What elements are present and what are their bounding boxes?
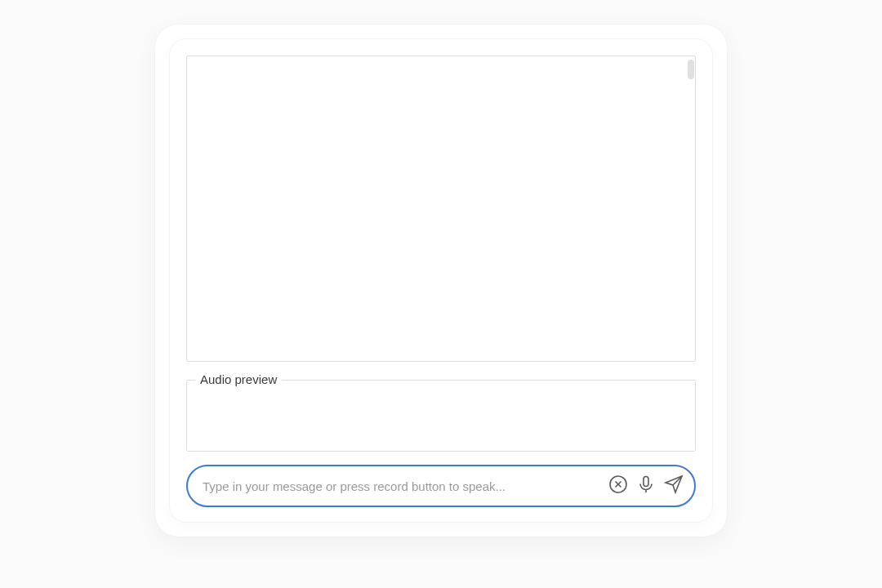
audio-preview-panel: Audio preview (186, 380, 696, 452)
svg-rect-3 (644, 477, 648, 487)
audio-preview-label: Audio preview (195, 372, 282, 386)
message-history-area[interactable] (186, 56, 696, 362)
record-button[interactable] (635, 475, 657, 497)
message-input[interactable] (203, 479, 608, 493)
message-input-row (186, 465, 696, 507)
send-icon (664, 474, 684, 497)
scrollbar-track (687, 58, 695, 359)
clear-button[interactable] (608, 475, 629, 497)
send-button[interactable] (663, 475, 684, 497)
chat-card: Audio preview (170, 39, 712, 522)
microphone-icon (636, 474, 656, 497)
scrollbar-thumb[interactable] (688, 60, 694, 79)
input-icon-group (608, 475, 684, 497)
chat-panel: Audio preview (155, 24, 727, 537)
close-icon (608, 474, 628, 497)
